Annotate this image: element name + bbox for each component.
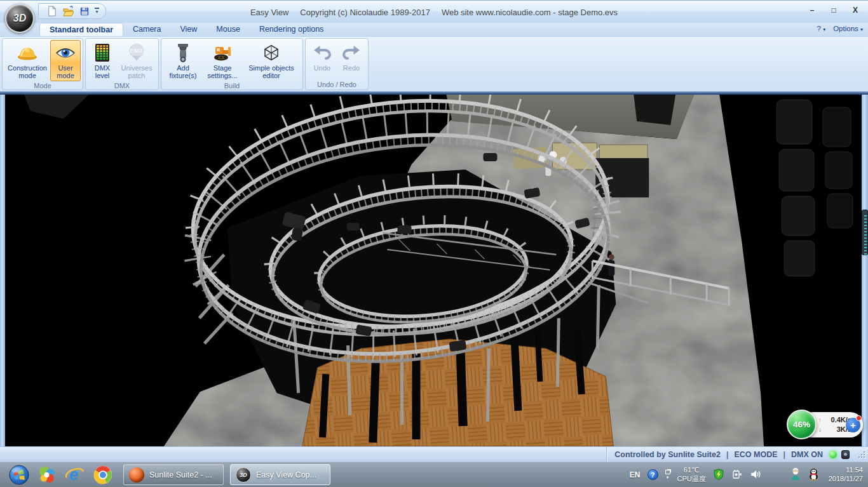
statusbar-right: Controlled by Sunlite Suite2 | ECO MODE … [606,447,868,462]
cpu-temp-label: CPU温度 [677,475,706,483]
title-app-name: Easy View [250,8,288,17]
new-file-icon [46,6,57,17]
tab-mouse[interactable]: Mouse [207,23,250,36]
universes-patch-button[interactable]: DMX Universes patch [117,40,156,81]
stage-3d-viewport[interactable] [5,95,862,446]
close-button[interactable]: X [849,4,862,16]
title-site-file: Web site www.nicolaudie.com - stage Demo… [442,8,618,17]
fixture-icon [172,42,194,63]
hidden-icons-caret: ▾ [667,475,669,479]
chrome-icon[interactable] [89,464,117,486]
windows-start-icon [9,465,29,485]
quick-access-toolbar: ▾ [38,3,106,19]
ribbon-tab-row: Standard toolbar Camera View Mouse Rende… [0,23,868,37]
user-mode-label: User mode [52,64,79,80]
cpu-temperature[interactable]: 61℃ CPU温度 [677,466,706,483]
internet-explorer-icon[interactable]: e [61,464,89,486]
window-controls: – □ X [806,4,862,16]
open-file-button[interactable] [62,5,74,18]
bulldozer-icon [212,42,233,63]
construction-mode-label: Construction mode [6,64,48,80]
undo-button[interactable]: Undo [308,40,337,80]
ribbon: Construction mode User mode Mode [0,37,868,91]
tab-rendering-options[interactable]: Rendering options [250,23,333,36]
tab-camera[interactable]: Camera [123,23,170,36]
panel-splitter-grip[interactable] [862,210,868,255]
maximize-button[interactable]: □ [827,4,840,16]
clock-date: 2018/11/27 [829,475,863,484]
save-button[interactable] [78,5,91,18]
simple-objects-editor-button[interactable]: Simple objects editor [242,40,301,81]
options-caret-icon: ▾ [860,27,863,32]
dmx-level-button[interactable]: DMX level [88,40,117,81]
taskbar-app-easyview[interactable]: 3D Easy View Cop... [230,464,330,485]
fixture-status-icon[interactable] [841,450,850,459]
power-plug-icon[interactable] [731,469,743,481]
redo-label: Redo [343,64,360,72]
tabrow-right: ? ▾ Options ▾ [817,25,863,32]
language-indicator[interactable]: EN [630,470,641,479]
browser-360-icon[interactable] [33,464,61,486]
system-tray: EN ? ▾ 61℃ CPU温度 [630,466,868,484]
taskbar-app-sunlite[interactable]: Sunlite Suite2 - ... [123,464,224,485]
ribbon-group-dmx: DMX level DMX Universes patch DMX [85,38,159,90]
notification-dot [856,415,862,421]
new-file-button[interactable] [45,5,58,18]
stage-settings-button[interactable]: Stage settings... [203,40,242,81]
app-menu-orb[interactable]: 3D [5,4,34,33]
redo-button[interactable]: Redo [337,40,366,80]
antivirus-doctor-icon[interactable] [790,468,801,482]
ime-help-icon[interactable]: ? [648,469,658,480]
resize-grip[interactable] [857,450,865,458]
universes-patch-label: Universes patch [119,64,154,80]
speedball-widget[interactable]: ↑ 0.4K/s ↓ 3K/s + 46% [787,410,863,440]
qq-icon[interactable] [808,468,819,482]
tab-standard-toolbar[interactable]: Standard toolbar [39,23,123,36]
help-caret-icon: ▾ [823,27,825,32]
eye-icon [55,42,76,63]
options-label: Options [833,25,858,32]
title-copyright: Copyright (c) Nicolaudie 1989-2017 [300,8,430,17]
qat-caret-icon: ▾ [95,10,98,15]
dmx-active-indicator [829,451,837,458]
group-label-mode: Mode [3,81,83,90]
easy-view-window: Easy View Copyright (c) Nicolaudie 1989-… [0,0,868,462]
save-floppy-icon [79,6,90,17]
memory-usage-ball[interactable]: 46% [787,410,817,439]
status-controlled-by: Controlled by Sunlite Suite2 [614,450,721,459]
status-separator: | [783,450,786,459]
user-mode-button[interactable]: User mode [50,40,81,81]
taskbar-clock[interactable]: 11:54 2018/11/27 [829,466,863,484]
undo-arrow-icon [311,42,333,63]
group-label-dmx: DMX [86,81,158,90]
security-shield-icon[interactable] [713,469,724,481]
clock-time: 11:54 [829,466,863,475]
stage-settings-label: Stage settings... [205,64,240,80]
add-fixtures-button[interactable]: Add fixture(s) [163,40,203,81]
help-button[interactable]: ? ▾ [817,25,826,32]
add-fixtures-label: Add fixture(s) [165,64,201,80]
open-folder-icon [62,6,74,17]
tab-view[interactable]: View [170,23,207,36]
start-button[interactable] [5,464,33,486]
titlebar: Easy View Copyright (c) Nicolaudie 1989-… [0,0,868,23]
windows-taskbar: e Sunlite Suite2 - ... 3D Easy View Cop.… [0,462,868,487]
3d-orb-label: 3D [13,13,26,24]
minimize-button[interactable]: – [806,4,818,16]
sunlite-app-icon [129,467,144,483]
cpu-temp-value: 61℃ [677,466,706,474]
construction-mode-button[interactable]: Construction mode [4,40,50,81]
hardhat-icon [17,42,38,63]
volume-icon[interactable] [750,469,761,481]
sunlite-app-label: Sunlite Suite2 - ... [149,470,212,479]
ribbon-group-undo-redo: Undo Redo Undo / Redo [305,38,369,90]
universes-patch-icon: DMX [126,42,147,63]
status-eco-mode: ECO MODE [734,450,777,459]
ribbon-group-build: Add fixture(s) Stage settings... [161,38,303,90]
window-right-border [862,95,868,446]
options-menu-button[interactable]: Options ▾ [833,25,863,32]
qat-customize-button[interactable]: ▾ [95,8,99,15]
show-hidden-icons-button[interactable]: ▾ [665,470,670,479]
undo-label: Undo [314,64,330,72]
dmx-level-grid-icon [92,42,113,63]
